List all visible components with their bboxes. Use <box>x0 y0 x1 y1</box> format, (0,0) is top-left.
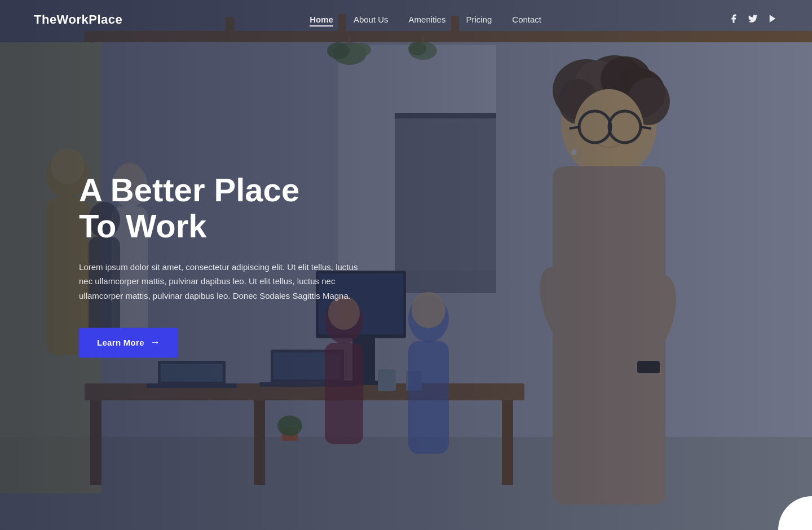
hero-title-line1: A Better Place <box>79 171 299 208</box>
nav-link-home[interactable]: Home <box>310 15 333 26</box>
nav-item-pricing[interactable]: Pricing <box>466 15 492 25</box>
facebook-icon[interactable] <box>729 14 739 26</box>
navbar: TheWorkPlace Home About Us Amenities Pri… <box>0 0 812 39</box>
nav-item-contact[interactable]: Contact <box>512 15 541 25</box>
nav-links: Home About Us Amenities Pricing Contact <box>310 15 541 25</box>
nav-item-amenities[interactable]: Amenities <box>409 15 446 25</box>
nav-link-about[interactable]: About Us <box>354 15 389 24</box>
social-icons <box>729 14 778 26</box>
nav-link-amenities[interactable]: Amenities <box>409 15 446 24</box>
svg-marker-69 <box>770 15 776 23</box>
twitter-icon[interactable] <box>748 14 758 26</box>
nav-link-pricing[interactable]: Pricing <box>466 15 492 24</box>
learn-more-label: Learn More <box>97 338 144 348</box>
nav-link-contact[interactable]: Contact <box>512 15 541 24</box>
brand-logo[interactable]: TheWorkPlace <box>34 12 122 27</box>
learn-more-button[interactable]: Learn More → <box>79 328 178 358</box>
nav-item-home[interactable]: Home <box>310 15 333 25</box>
arrow-icon: → <box>150 337 160 349</box>
nav-item-about[interactable]: About Us <box>354 15 389 25</box>
hero-title: A Better Place To Work <box>79 172 372 244</box>
hero-section: TheWorkPlace Home About Us Amenities Pri… <box>0 0 812 530</box>
youtube-icon[interactable] <box>767 14 778 26</box>
hero-content: A Better Place To Work Lorem ipsum dolor… <box>79 172 372 357</box>
hero-title-line2: To Work <box>79 207 207 244</box>
hero-description: Lorem ipsum dolor sit amet, consectetur … <box>79 260 372 303</box>
